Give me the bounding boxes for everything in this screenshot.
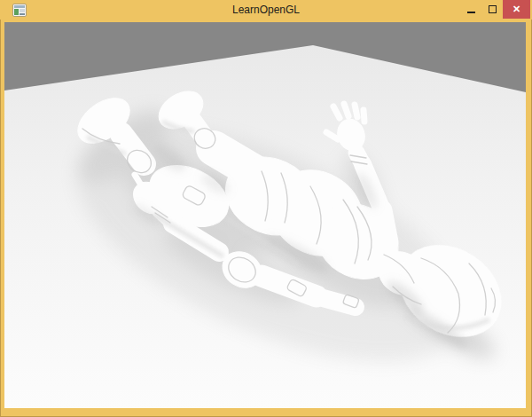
left-upper-arm [382, 210, 388, 242]
minimize-icon [467, 12, 475, 13]
window-controls: ✕ [460, 0, 530, 20]
maximize-button[interactable] [481, 0, 503, 19]
titlebar[interactable]: LearnOpenGL ✕ [0, 0, 532, 20]
maximize-icon [489, 5, 497, 13]
window-title: LearnOpenGL [0, 0, 532, 20]
minimize-button[interactable] [460, 0, 481, 19]
app-window: LearnOpenGL ✕ [0, 0, 532, 417]
opengl-viewport[interactable] [4, 22, 526, 408]
rendered-scene [4, 22, 526, 408]
close-icon: ✕ [512, 4, 520, 14]
close-button[interactable]: ✕ [503, 0, 530, 19]
